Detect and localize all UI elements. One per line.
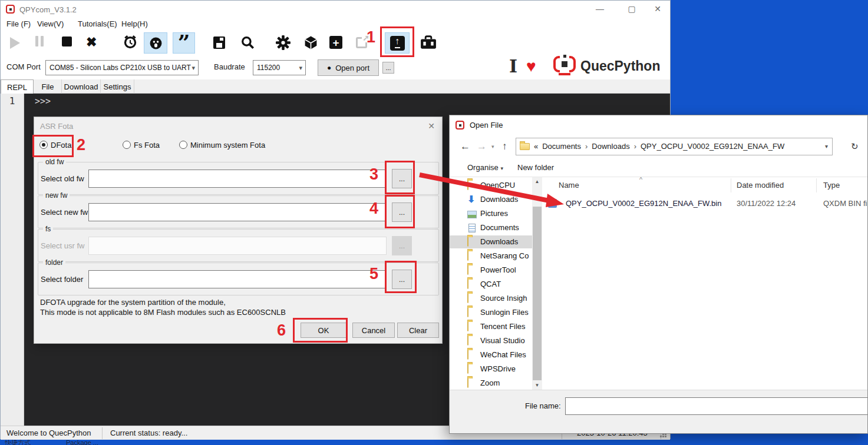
status-welcome: Welcome to QuecPython bbox=[6, 429, 91, 437]
cancel-button[interactable]: Cancel bbox=[352, 323, 395, 338]
tab-file[interactable]: File bbox=[34, 79, 62, 94]
old-fw-input[interactable] bbox=[88, 170, 387, 188]
old-fw-browse-button[interactable]: ... bbox=[392, 169, 412, 188]
pause-icon[interactable] bbox=[34, 36, 45, 47]
menu-view[interactable]: View(V) bbox=[37, 19, 64, 28]
sidebar-item-visual-studio[interactable]: Visual Studio bbox=[450, 334, 532, 347]
sidebar-scrollbar[interactable]: ▲ ▼ bbox=[532, 177, 542, 390]
folder-input[interactable] bbox=[88, 270, 387, 288]
download-arrow-icon: ⬇ bbox=[467, 195, 475, 204]
up-icon[interactable]: ↑ bbox=[502, 141, 507, 152]
column-header-type[interactable]: Type bbox=[823, 181, 840, 197]
open-file-dialog: Open File ← → ▾ ↑ « Documents › Download… bbox=[449, 115, 868, 434]
sidebar-item-source-insight[interactable]: Source Insigh bbox=[450, 292, 532, 305]
folder-icon bbox=[467, 307, 468, 317]
sidebar-item-wechat[interactable]: WeChat Files bbox=[450, 348, 532, 361]
minimize-button[interactable]: — bbox=[592, 4, 608, 14]
new-fw-browse-button[interactable]: ... bbox=[392, 202, 412, 222]
radio-minimum-system-fota[interactable]: Minimum system Fota bbox=[179, 140, 265, 150]
address-dropdown-icon[interactable]: ▾ bbox=[825, 143, 828, 150]
clear-button[interactable]: Clear bbox=[397, 323, 439, 338]
port-more-button[interactable]: ... bbox=[382, 62, 394, 74]
save-icon[interactable] bbox=[213, 36, 225, 49]
stop-icon[interactable] bbox=[62, 36, 72, 47]
add-icon[interactable]: + bbox=[329, 36, 342, 49]
file-name: QPY_OCPU_V0002_EG912N_ENAA_FW.bin bbox=[566, 199, 721, 208]
quecpython-logo-icon bbox=[553, 56, 576, 75]
radio-dfota-circle[interactable] bbox=[39, 141, 48, 149]
export-icon[interactable] bbox=[356, 37, 367, 48]
sort-caret-icon: ^ bbox=[639, 176, 642, 192]
fota-description-line1: DFOTA upgrade for the system partition o… bbox=[40, 298, 226, 307]
column-header-name[interactable]: Name bbox=[559, 181, 579, 197]
toolbox-icon[interactable] bbox=[420, 35, 437, 50]
forward-icon[interactable]: → bbox=[477, 141, 487, 152]
upload-firmware-icon[interactable] bbox=[385, 32, 410, 54]
fota-close-icon[interactable]: ✕ bbox=[428, 121, 435, 131]
sidebar-item-opencpu[interactable]: OpenCPU bbox=[450, 179, 532, 192]
folder-icon bbox=[467, 364, 468, 374]
breadcrumb-item-downloads[interactable]: Downloads bbox=[592, 142, 629, 151]
quotes-icon[interactable]: ” bbox=[173, 32, 195, 54]
tab-repl[interactable]: REPL bbox=[1, 79, 34, 94]
menu-file[interactable]: File (F) bbox=[6, 19, 31, 28]
sidebar-item-downloads[interactable]: Downloads bbox=[450, 235, 532, 248]
sidebar-item-powertool[interactable]: PowerTool bbox=[450, 264, 532, 277]
alarm-icon[interactable] bbox=[122, 34, 138, 50]
folder-icon bbox=[467, 237, 468, 247]
pictures-icon bbox=[467, 211, 477, 218]
radio-fs-fota-circle[interactable] bbox=[123, 141, 131, 149]
scrollbar-thumb[interactable] bbox=[533, 207, 542, 380]
file-row[interactable]: QPY_OCPU_V0002_EG912N_ENAA_FW.bin 30/11/… bbox=[542, 197, 867, 211]
breadcrumb-item-documents[interactable]: Documents bbox=[542, 142, 581, 151]
tab-download[interactable]: Download bbox=[62, 79, 101, 94]
open-port-button[interactable]: ● Open port bbox=[318, 59, 379, 76]
fota-dialog-title: ASR Fota bbox=[40, 122, 73, 131]
tab-strip: REPL File Download Settings bbox=[1, 79, 670, 94]
play-icon[interactable] bbox=[10, 37, 20, 49]
file-name-input[interactable] bbox=[565, 397, 868, 415]
column-header-date[interactable]: Date modified bbox=[737, 181, 784, 197]
baudrate-label: Baudrate bbox=[214, 62, 245, 71]
sidebar-item-pictures[interactable]: Pictures bbox=[450, 207, 532, 220]
settings-gear-icon[interactable] bbox=[275, 35, 291, 51]
search-icon[interactable] bbox=[240, 35, 255, 50]
close-button[interactable]: ✕ bbox=[650, 4, 665, 14]
com-port-select[interactable]: COM85 - Silicon Labs CP210x USB to UART bbox=[45, 60, 199, 75]
fs-group: fs Select usr fw ... bbox=[38, 229, 439, 262]
radio-minimum-circle[interactable] bbox=[179, 141, 187, 149]
radio-fs-fota[interactable]: Fs Fota bbox=[123, 140, 160, 150]
menu-help[interactable]: Help(H) bbox=[121, 19, 148, 28]
refresh-icon[interactable]: ↻ bbox=[851, 141, 859, 152]
sidebar-item-wpsdrive[interactable]: WPSDrive bbox=[450, 363, 532, 376]
sidebar-item-downloads-quick[interactable]: ⬇Downloads bbox=[450, 193, 532, 206]
maximize-button[interactable]: ▢ bbox=[624, 4, 639, 14]
breadcrumb-item-fw-folder[interactable]: QPY_OCPU_V0002_EG912N_ENAA_FW bbox=[641, 142, 784, 151]
sidebar-item-tencent[interactable]: Tencent Files bbox=[450, 320, 532, 333]
sidebar-item-zoom[interactable]: Zoom bbox=[450, 377, 532, 390]
bin-file-icon bbox=[548, 199, 557, 208]
sidebar-item-netsarang[interactable]: NetSarang Co bbox=[450, 250, 532, 263]
package-icon[interactable] bbox=[303, 35, 318, 50]
baudrate-select[interactable]: 115200 bbox=[253, 60, 306, 75]
new-fw-input[interactable] bbox=[88, 203, 387, 221]
disconnect-icon[interactable]: ✖ bbox=[86, 36, 97, 49]
scroll-up-icon[interactable]: ▲ bbox=[532, 179, 542, 184]
usr-fw-input bbox=[88, 237, 387, 255]
tab-settings[interactable]: Settings bbox=[101, 79, 134, 94]
radio-dfota[interactable]: DFota bbox=[39, 140, 71, 150]
sidebar-item-qcat[interactable]: QCAT bbox=[450, 278, 532, 291]
back-icon[interactable]: ← bbox=[460, 141, 470, 152]
folder-browse-button[interactable]: ... bbox=[392, 270, 412, 289]
ok-button[interactable]: OK bbox=[301, 323, 346, 338]
sidebar-item-sunlogin[interactable]: Sunlogin Files bbox=[450, 306, 532, 319]
folder-icon bbox=[467, 378, 468, 388]
sidebar-item-documents[interactable]: Documents bbox=[450, 221, 532, 234]
scroll-down-icon[interactable]: ▼ bbox=[532, 383, 542, 388]
new-folder-button[interactable]: New folder bbox=[517, 163, 554, 172]
history-chevron-icon[interactable]: ▾ bbox=[491, 144, 494, 150]
organise-button[interactable]: Organise ▾ bbox=[467, 163, 503, 172]
menu-tutorials[interactable]: Tutorials(E) bbox=[78, 19, 117, 28]
breadcrumb[interactable]: « Documents › Downloads › QPY_OCPU_V0002… bbox=[516, 138, 833, 155]
quecpython-face-icon[interactable] bbox=[144, 32, 167, 54]
